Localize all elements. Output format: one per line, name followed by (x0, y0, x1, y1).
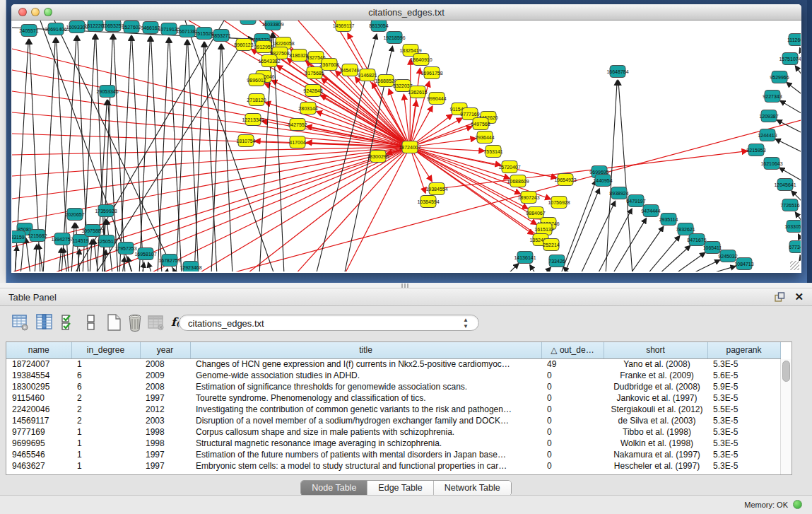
graph-node[interactable]: 1209387 (759, 110, 778, 122)
table-cell[interactable]: 1998 (140, 426, 190, 438)
graph-node[interactable]: 17359928 (95, 205, 117, 217)
column-header-year[interactable]: year (140, 342, 190, 358)
graph-node[interactable]: 14136141 (514, 252, 536, 264)
table-cell[interactable]: 14569117 (6, 415, 71, 426)
graph-node[interactable]: 7726516 (780, 199, 799, 211)
table-cell[interactable]: 5.3E-5 (707, 415, 780, 426)
table-row[interactable]: 946554611997Estimation of the future num… (6, 449, 780, 460)
graph-node[interactable]: 1615132 (534, 223, 553, 235)
float-panel-icon[interactable] (775, 292, 785, 303)
table-cell[interactable]: 0 (541, 460, 604, 472)
graph-node[interactable]: 7832621 (676, 223, 695, 235)
table-cell[interactable]: 1 (71, 449, 140, 460)
graph-node[interactable]: 16961758 (420, 67, 442, 79)
table-cell[interactable]: Jankovic et al. (1997) (604, 392, 707, 404)
network-window[interactable]: citations_edges.txt 24055713069140616093… (11, 4, 801, 273)
table-cell[interactable]: 1 (71, 358, 140, 370)
table-cell[interactable]: 19384554 (6, 370, 71, 381)
graph-node[interactable]: 18640910 (410, 54, 432, 66)
graph-node[interactable]: 19384554 (425, 183, 447, 195)
table-cell[interactable]: 6 (71, 370, 140, 381)
graph-node[interactable]: 2405571 (19, 25, 38, 37)
graph-node[interactable]: 13942757 (51, 233, 73, 245)
citation-graph[interactable]: 2405571306914061609330918122207106532571… (12, 21, 801, 271)
column-header-short[interactable]: short (604, 342, 707, 358)
graph-node[interactable]: 9853271 (211, 30, 230, 42)
graph-node[interactable]: 17957253 (114, 243, 136, 255)
graph-node[interactable]: 6497568 (471, 118, 490, 130)
network-canvas[interactable]: 2405571306914061609330918122207106532571… (12, 21, 801, 271)
table-row[interactable]: 1830029562008Estimation of significance … (6, 381, 780, 392)
table-cell[interactable]: Nakamura et al. (1997) (604, 449, 707, 460)
column-settings-button[interactable] (11, 313, 30, 332)
column-header-title[interactable]: title (190, 342, 541, 358)
graph-node[interactable]: 8454749 (340, 64, 359, 76)
table-cell[interactable]: 6 (71, 381, 140, 392)
table-cell[interactable]: Embryonic stem cells: a model to study s… (190, 460, 541, 472)
table-cell[interactable]: Estimation of significance thresholds fo… (190, 381, 541, 392)
table-cell[interactable]: 1998 (140, 438, 190, 449)
graph-node[interactable]: 18724007 (399, 141, 420, 153)
graph-node[interactable]: 9529966 (770, 71, 789, 83)
graph-node[interactable]: 1215682 (28, 230, 47, 242)
graph-node[interactable]: 1244413 (758, 129, 777, 141)
graph-node[interactable]: 18300295 (367, 151, 389, 163)
tab-edge-table[interactable]: Edge Table (367, 481, 433, 496)
table-cell[interactable]: 1 (71, 426, 140, 438)
window-resize-grip[interactable] (790, 261, 799, 270)
table-cell[interactable]: 2 (71, 404, 140, 415)
graph-node[interactable]: 15751074 (779, 53, 801, 65)
table-cell[interactable]: Estimation of the future numbers of pati… (190, 449, 541, 460)
table-source-select[interactable]: citations_edges.txt ▲▼ (179, 315, 479, 331)
graph-node[interactable]: 10384594 (417, 196, 439, 208)
table-cell[interactable]: 1 (71, 438, 140, 449)
graph-node[interactable]: 2020657 (65, 209, 84, 221)
select-column-button[interactable] (35, 313, 54, 332)
graph-node[interactable]: 9227343 (763, 90, 782, 103)
table-cell[interactable]: 9465546 (6, 449, 71, 460)
column-header-pagerank[interactable]: pagerank (707, 342, 780, 358)
graph-node[interactable]: 30691406 (45, 23, 66, 35)
graph-node[interactable]: 16543382 (258, 55, 280, 67)
table-cell[interactable]: 9115460 (6, 392, 71, 404)
graph-node[interactable]: 10756928 (548, 197, 570, 209)
graph-node[interactable]: 1250513 (97, 235, 116, 247)
close-panel-icon[interactable]: ✕ (794, 291, 804, 303)
graph-node[interactable]: 8813054 (369, 21, 388, 32)
unselect-all-rows-button[interactable] (82, 313, 100, 332)
table-cell[interactable]: Wolkin et al. (1998) (604, 438, 707, 449)
table-row[interactable]: 2242004622012Investigating the contribut… (6, 404, 780, 415)
table-row[interactable]: 1938455462009Genome-wide association stu… (6, 370, 780, 381)
graph-node[interactable]: 1084713 (734, 258, 753, 270)
table-cell[interactable]: 22420046 (6, 404, 71, 415)
table-cell[interactable]: Corpus callosum shape and size in male p… (190, 426, 541, 438)
column-header-in_degree[interactable]: in_degree (71, 342, 140, 358)
graph-node[interactable]: 1362615 (408, 86, 427, 98)
table-cell[interactable]: 0 (541, 370, 604, 381)
graph-node[interactable]: 8471676 (687, 234, 706, 246)
table-cell[interactable]: 5.9E-5 (707, 381, 780, 392)
graph-node[interactable]: 12045641 (774, 179, 796, 191)
table-cell[interactable]: 1 (71, 460, 140, 472)
graph-node[interactable]: 16033809 (261, 21, 283, 30)
graph-node[interactable]: 8938924 (609, 187, 628, 199)
graph-node[interactable]: 6479197 (626, 195, 645, 207)
graph-node[interactable]: 19218596 (383, 32, 405, 44)
graph-node[interactable]: 9884067 (526, 207, 545, 219)
table-cell[interactable]: 1997 (140, 460, 190, 472)
table-cell[interactable]: de Silva et al. (2003) (604, 415, 707, 426)
graph-node[interactable]: 10688609 (507, 175, 529, 187)
table-cell[interactable]: 5.3E-5 (707, 449, 780, 460)
graph-node[interactable]: 2936444 (475, 132, 494, 144)
graph-node[interactable]: 16210643 (760, 158, 782, 170)
graph-node[interactable]: 33159 (12, 231, 25, 243)
table-cell[interactable]: Yano et al. (2008) (604, 358, 707, 370)
table-cell[interactable]: 2 (71, 392, 140, 404)
graph-node[interactable]: 9990444 (427, 93, 446, 105)
graph-node[interactable]: 1033054 (784, 221, 801, 233)
graph-node[interactable]: 9474444 (641, 205, 660, 217)
graph-node[interactable]: 1810754 (236, 135, 255, 147)
graph-node[interactable]: 18907243 (517, 192, 539, 204)
table-cell[interactable]: Investigating the contribution of common… (190, 404, 541, 415)
graph-node[interactable]: 29053346 (96, 86, 118, 98)
